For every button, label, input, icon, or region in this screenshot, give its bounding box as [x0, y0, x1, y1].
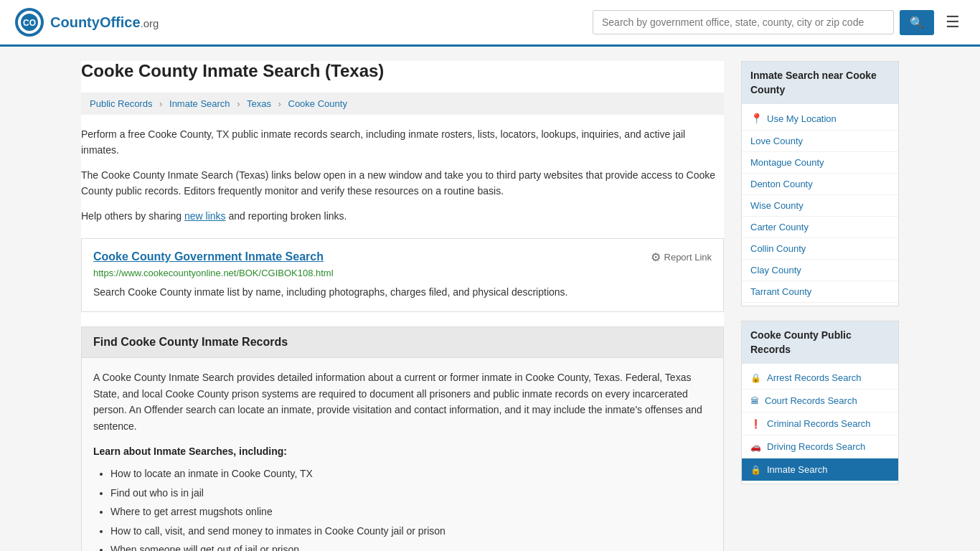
public-record-link[interactable]: ❗Criminal Records Search — [742, 413, 898, 435]
search-result-card: ⚙ Report Link Cooke County Government In… — [81, 238, 724, 312]
court-icon: 🏛 — [750, 396, 759, 406]
nearby-county-link[interactable]: Clay County — [742, 260, 898, 281]
breadcrumb-sep-1: › — [159, 98, 162, 109]
bullet-list: How to locate an inmate in Cooke County,… — [93, 464, 712, 551]
public-records-section: Cooke County Public Records 🔒Arrest Reco… — [741, 321, 899, 484]
breadcrumb-public-records[interactable]: Public Records — [90, 98, 152, 109]
public-record-label: Court Records Search — [765, 395, 857, 406]
sidebar: Inmate Search near Cooke County 📍 Use My… — [741, 61, 899, 551]
bullet-item: How to locate an inmate in Cooke County,… — [110, 464, 712, 484]
public-record-link[interactable]: 🔒Inmate Search — [742, 458, 898, 481]
public-records-header: Cooke County Public Records — [742, 321, 898, 364]
nearby-county-link[interactable]: Carter County — [742, 217, 898, 238]
driving-icon: 🚗 — [750, 442, 761, 452]
nearby-counties-list: Love CountyMontague CountyDenton CountyW… — [742, 131, 898, 303]
nearby-counties-section: Inmate Search near Cooke County 📍 Use My… — [741, 61, 899, 306]
result-title[interactable]: Cooke County Government Inmate Search — [93, 250, 712, 263]
find-records-section: Find Cooke County Inmate Records A Cooke… — [81, 326, 724, 551]
breadcrumb-texas[interactable]: Texas — [247, 98, 271, 109]
public-record-link[interactable]: 🏛Court Records Search — [742, 390, 898, 413]
search-icon: 🔍 — [910, 17, 924, 29]
search-area: 🔍 ☰ — [593, 10, 966, 35]
breadcrumb-sep-2: › — [237, 98, 240, 109]
public-record-label: Criminal Records Search — [767, 418, 871, 429]
menu-button[interactable]: ☰ — [940, 10, 966, 34]
arrest-icon: 🔒 — [750, 373, 761, 383]
search-button[interactable]: 🔍 — [900, 10, 934, 35]
nearby-county-link[interactable]: Tarrant County — [742, 281, 898, 303]
hamburger-icon: ☰ — [946, 13, 960, 31]
breadcrumb-cooke-county[interactable]: Cooke County — [288, 98, 347, 109]
disclaimer-text: The Cooke County Inmate Search (Texas) l… — [81, 167, 724, 199]
header: CO CountyOffice.org 🔍 ☰ — [0, 0, 980, 47]
bullet-item: When someone will get out of jail or pri… — [110, 540, 712, 551]
nearby-county-link[interactable]: Montague County — [742, 152, 898, 174]
location-pin-icon: 📍 — [750, 113, 763, 124]
find-records-header: Find Cooke County Inmate Records — [82, 327, 723, 358]
public-record-link[interactable]: 🚗Driving Records Search — [742, 435, 898, 458]
learn-heading: Learn about Inmate Searches, including: — [93, 446, 712, 457]
criminal-icon: ❗ — [750, 419, 761, 429]
help-text: Help others by sharing new links and rep… — [81, 208, 724, 224]
public-records-list: 🔒Arrest Records Search🏛Court Records Sea… — [742, 364, 898, 484]
nearby-county-link[interactable]: Love County — [742, 131, 898, 152]
bullet-item: Where to get arrest mugshots online — [110, 502, 712, 522]
find-records-intro: A Cooke County Inmate Search provides de… — [93, 369, 712, 434]
report-link-label: Report Link — [664, 252, 712, 263]
page-title: Cooke County Inmate Search (Texas) — [81, 61, 724, 81]
bullet-item: Find out who is in jail — [110, 484, 712, 503]
search-input[interactable] — [593, 10, 894, 34]
intro-text: Perform a free Cooke County, TX public i… — [81, 126, 724, 159]
use-location-row[interactable]: 📍 Use My Location — [742, 107, 898, 131]
result-url[interactable]: https://www.cookecountyonline.net/BOK/CG… — [93, 268, 712, 278]
use-location-link[interactable]: Use My Location — [767, 113, 837, 124]
logo-icon: CO — [14, 7, 44, 37]
breadcrumb: Public Records › Inmate Search › Texas ›… — [81, 93, 724, 115]
public-record-label: Inmate Search — [767, 464, 828, 475]
public-record-label: Arrest Records Search — [767, 372, 862, 383]
nearby-header: Inmate Search near Cooke County — [742, 62, 898, 104]
svg-text:CO: CO — [23, 18, 36, 28]
nearby-county-link[interactable]: Collin County — [742, 238, 898, 260]
nearby-county-link[interactable]: Wise County — [742, 195, 898, 217]
logo-text: CountyOffice.org — [50, 14, 159, 31]
main-container: Cooke County Inmate Search (Texas) Publi… — [67, 47, 913, 551]
public-record-label: Driving Records Search — [767, 441, 865, 452]
result-description: Search Cooke County inmate list by name,… — [93, 284, 712, 300]
content-area: Cooke County Inmate Search (Texas) Publi… — [81, 61, 724, 551]
nearby-body: 📍 Use My Location Love CountyMontague Co… — [742, 104, 898, 306]
new-links[interactable]: new links — [184, 210, 226, 222]
report-link-area[interactable]: ⚙ Report Link — [651, 250, 712, 264]
bullet-item: How to call, visit, and send money to in… — [110, 522, 712, 541]
public-record-link[interactable]: 🔒Arrest Records Search — [742, 367, 898, 390]
inmate-icon: 🔒 — [750, 465, 761, 475]
find-records-content: A Cooke County Inmate Search provides de… — [82, 358, 723, 551]
report-icon: ⚙ — [651, 250, 661, 264]
nearby-county-link[interactable]: Denton County — [742, 174, 898, 195]
breadcrumb-sep-3: › — [278, 98, 281, 109]
breadcrumb-inmate-search[interactable]: Inmate Search — [169, 98, 230, 109]
logo-area: CO CountyOffice.org — [14, 7, 159, 37]
